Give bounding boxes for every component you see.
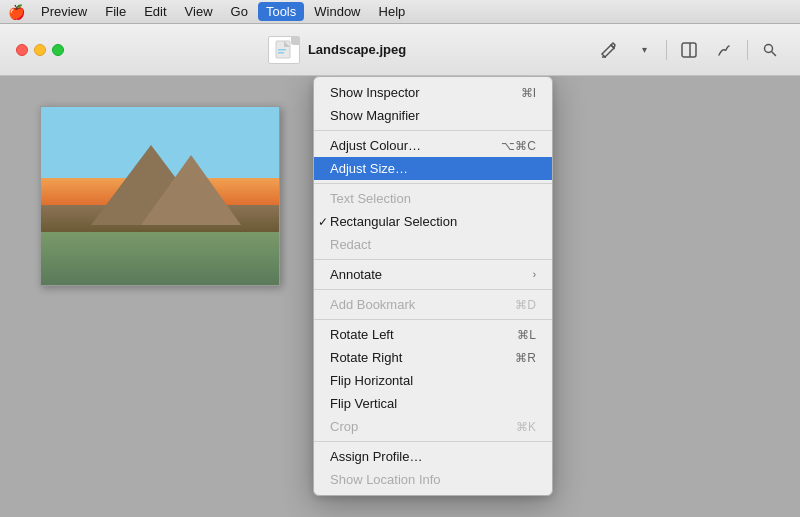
apple-menu[interactable]: 🍎 — [8, 4, 25, 20]
menu-show-location-label: Show Location Info — [330, 472, 441, 487]
menubar-tools[interactable]: Tools — [258, 2, 304, 21]
menu-crop-label: Crop — [330, 419, 358, 434]
tools-dropdown-menu: Show Inspector ⌘I Show Magnifier Adjust … — [313, 76, 553, 496]
menubar-go[interactable]: Go — [223, 2, 256, 21]
tool-separator-1 — [666, 40, 667, 60]
checkmark-icon: ✓ — [318, 215, 328, 229]
minimize-button[interactable] — [34, 44, 46, 56]
menu-flip-horizontal[interactable]: Flip Horizontal — [314, 369, 552, 392]
main-content: Show Inspector ⌘I Show Magnifier Adjust … — [0, 76, 800, 517]
menu-add-bookmark-label: Add Bookmark — [330, 297, 415, 312]
menu-assign-profile-label: Assign Profile… — [330, 449, 422, 464]
svg-rect-5 — [682, 43, 696, 57]
menu-divider-1 — [314, 130, 552, 131]
menu-add-bookmark-shortcut: ⌘D — [515, 298, 536, 312]
menu-flip-vertical-label: Flip Vertical — [330, 396, 397, 411]
titlebar: Landscape.jpeg ▾ — [0, 24, 800, 76]
filename: Landscape.jpeg — [308, 42, 406, 57]
menu-redact: Redact — [314, 233, 552, 256]
menu-annotate[interactable]: Annotate › — [314, 263, 552, 286]
menu-rectangular-selection-label: Rectangular Selection — [330, 214, 457, 229]
menu-rotate-left[interactable]: Rotate Left ⌘L — [314, 323, 552, 346]
menu-adjust-size-label: Adjust Size… — [330, 161, 408, 176]
menu-rotate-right-shortcut: ⌘R — [515, 351, 536, 365]
menu-adjust-colour[interactable]: Adjust Colour… ⌥⌘C — [314, 134, 552, 157]
menu-rotate-right[interactable]: Rotate Right ⌘R — [314, 346, 552, 369]
titlebar-tools: ▾ — [594, 36, 784, 64]
file-icon — [268, 36, 300, 64]
menu-flip-horizontal-label: Flip Horizontal — [330, 373, 413, 388]
image-preview — [40, 106, 280, 286]
markup-dropdown-button[interactable]: ▾ — [630, 36, 658, 64]
menu-crop: Crop ⌘K — [314, 415, 552, 438]
menu-divider-6 — [314, 441, 552, 442]
menu-show-location: Show Location Info — [314, 468, 552, 491]
menu-show-magnifier-label: Show Magnifier — [330, 108, 420, 123]
submenu-arrow-icon: › — [533, 269, 536, 280]
tool-separator-2 — [747, 40, 748, 60]
menu-crop-shortcut: ⌘K — [516, 420, 536, 434]
titlebar-center: Landscape.jpeg — [80, 36, 594, 64]
menu-rotate-right-label: Rotate Right — [330, 350, 402, 365]
menubar: 🍎 Preview File Edit View Go Tools Window… — [0, 0, 800, 24]
menubar-view[interactable]: View — [177, 2, 221, 21]
menu-assign-profile[interactable]: Assign Profile… — [314, 445, 552, 468]
menu-adjust-size[interactable]: Adjust Size… — [314, 157, 552, 180]
menu-flip-vertical[interactable]: Flip Vertical — [314, 392, 552, 415]
markup-tool-button[interactable] — [594, 36, 622, 64]
menu-divider-2 — [314, 183, 552, 184]
menu-divider-4 — [314, 289, 552, 290]
menu-show-magnifier[interactable]: Show Magnifier — [314, 104, 552, 127]
panel-button[interactable] — [675, 36, 703, 64]
menu-adjust-colour-shortcut: ⌥⌘C — [501, 139, 536, 153]
svg-rect-3 — [278, 52, 284, 54]
mountain-shape-2 — [141, 155, 241, 225]
traffic-lights — [16, 44, 64, 56]
menu-show-inspector[interactable]: Show Inspector ⌘I — [314, 81, 552, 104]
close-button[interactable] — [16, 44, 28, 56]
menubar-edit[interactable]: Edit — [136, 2, 174, 21]
menu-annotate-label: Annotate — [330, 267, 382, 282]
maximize-button[interactable] — [52, 44, 64, 56]
menu-show-inspector-shortcut: ⌘I — [521, 86, 536, 100]
menu-divider-5 — [314, 319, 552, 320]
sign-button[interactable] — [711, 36, 739, 64]
menu-add-bookmark: Add Bookmark ⌘D — [314, 293, 552, 316]
svg-line-8 — [772, 51, 776, 55]
menubar-file[interactable]: File — [97, 2, 134, 21]
menu-rotate-left-shortcut: ⌘L — [517, 328, 536, 342]
search-button[interactable] — [756, 36, 784, 64]
menu-show-inspector-label: Show Inspector — [330, 85, 420, 100]
menubar-preview[interactable]: Preview — [33, 2, 95, 21]
menu-rectangular-selection[interactable]: ✓ Rectangular Selection — [314, 210, 552, 233]
menubar-window[interactable]: Window — [306, 2, 368, 21]
menu-divider-3 — [314, 259, 552, 260]
svg-rect-2 — [278, 49, 286, 51]
menu-adjust-colour-label: Adjust Colour… — [330, 138, 421, 153]
menu-redact-label: Redact — [330, 237, 371, 252]
menu-text-selection: Text Selection — [314, 187, 552, 210]
menu-text-selection-label: Text Selection — [330, 191, 411, 206]
menu-rotate-left-label: Rotate Left — [330, 327, 394, 342]
menubar-help[interactable]: Help — [371, 2, 414, 21]
